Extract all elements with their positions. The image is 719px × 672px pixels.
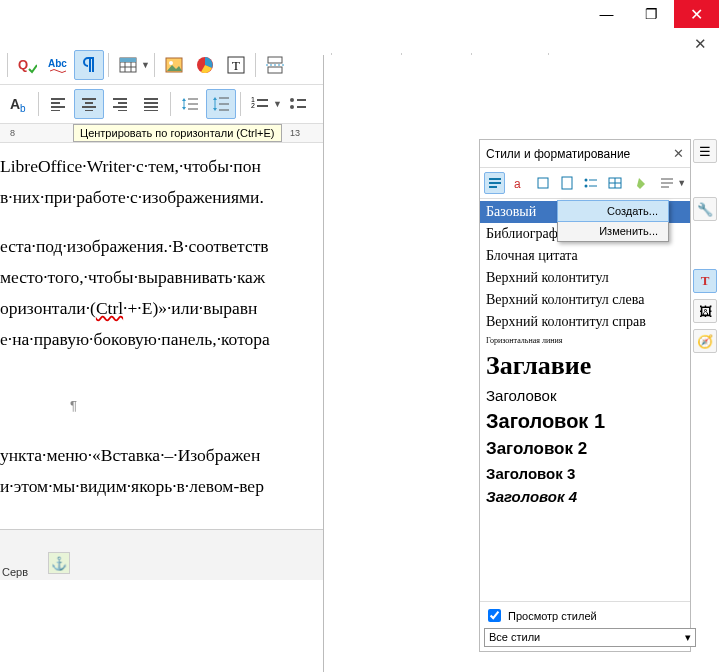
filter-combo[interactable]: Все стили▾: [484, 628, 696, 647]
doc-line: е·на·правую·боковую·панель,·котора: [0, 327, 323, 352]
svg-text:b: b: [20, 103, 26, 113]
ruler-tick: 8: [10, 128, 15, 138]
svg-rect-13: [268, 57, 282, 63]
style-item[interactable]: Горизонтальная линия: [480, 333, 690, 348]
style-item[interactable]: Заголовок: [480, 384, 690, 407]
doc-line: LibreOffice·Writer·с·тем,·чтобы·пон: [0, 154, 323, 179]
pilcrow-icon: ¶: [70, 398, 323, 413]
doc-line: еста·под·изображения.·В·соответств: [0, 234, 323, 259]
style-item[interactable]: Заголовок 2: [480, 436, 690, 462]
panel-toolbar: a ▼: [480, 168, 690, 199]
textbox-icon[interactable]: T: [221, 50, 251, 80]
sidebar-tabs: ☰ 🔧 T 🖼 🧭: [693, 139, 717, 353]
ruler-tick: 13: [290, 128, 300, 138]
formatting-marks-icon[interactable]: [74, 50, 104, 80]
context-menu: Создать... Изменить...: [557, 200, 669, 242]
sidebar-menu-icon[interactable]: ☰: [693, 139, 717, 163]
chart-icon[interactable]: [190, 50, 220, 80]
svg-point-72: [585, 179, 588, 182]
frame-styles-icon[interactable]: [532, 172, 553, 194]
table-icon[interactable]: [113, 50, 143, 80]
style-item[interactable]: Блочная цитата: [480, 245, 690, 267]
service-label: Серв: [2, 566, 28, 578]
dropdown-icon[interactable]: ▼: [141, 60, 150, 70]
doc-line: место·того,·чтобы·выравнивать·каж: [0, 265, 323, 290]
styles-tab-icon[interactable]: T: [693, 269, 717, 293]
style-item[interactable]: Заголовок 3: [480, 462, 690, 485]
dropdown-icon[interactable]: ▼: [677, 178, 686, 188]
page-break-icon[interactable]: [260, 50, 290, 80]
svg-text:2: 2: [251, 102, 255, 109]
svg-point-57: [290, 98, 294, 102]
doc-line: ункта·меню·«Вставка·–·Изображен: [0, 443, 323, 468]
style-item[interactable]: Заголовок 1: [480, 407, 690, 436]
svg-rect-70: [538, 178, 548, 188]
new-style-icon[interactable]: [656, 172, 677, 194]
table-styles-icon[interactable]: [605, 172, 626, 194]
style-item[interactable]: Верхний колонтитул слева: [480, 289, 690, 311]
para-styles-icon[interactable]: [484, 172, 505, 194]
style-item[interactable]: Заголовок 4: [480, 485, 690, 508]
panel-title: Стили и форматирование: [486, 147, 630, 161]
char-highlight-icon[interactable]: Ab: [4, 89, 34, 119]
image-icon[interactable]: [159, 50, 189, 80]
svg-rect-7: [120, 58, 136, 62]
context-edit-item[interactable]: Изменить...: [558, 221, 668, 241]
svg-rect-14: [268, 67, 282, 73]
window-titlebar: — ❐ ✕: [0, 0, 719, 28]
bullet-list-icon[interactable]: [283, 89, 313, 119]
numbered-list-icon[interactable]: 12: [245, 89, 275, 119]
panel-footer: Просмотр стилей Все стили▾: [480, 601, 690, 651]
dropdown-icon[interactable]: ▼: [273, 99, 282, 109]
gallery-tab-icon[interactable]: 🖼: [693, 299, 717, 323]
align-justify-icon[interactable]: [136, 89, 166, 119]
list-styles-icon[interactable]: [581, 172, 602, 194]
doc-line: оризонтали·(Ctrl·+·E)»·или·выравн: [0, 296, 323, 321]
svg-point-58: [290, 105, 294, 109]
window-maximize-button[interactable]: ❐: [629, 0, 674, 28]
panel-close-button[interactable]: ✕: [673, 146, 684, 161]
style-item[interactable]: Верхний колонтитул справ: [480, 311, 690, 333]
style-list[interactable]: БазовыйБиблиографияБлочная цитатаВерхний…: [480, 199, 690, 601]
line-spacing-15-icon[interactable]: [206, 89, 236, 119]
svg-text:Q: Q: [18, 57, 28, 72]
window-close-button[interactable]: ✕: [674, 0, 719, 28]
preview-checkbox[interactable]: Просмотр стилей: [484, 606, 686, 625]
tooltip: Центрировать по горизонтали (Ctrl+E): [73, 124, 282, 142]
svg-text:T: T: [232, 58, 240, 73]
char-styles-icon[interactable]: a: [508, 172, 529, 194]
spellcheck-icon[interactable]: Q: [12, 50, 42, 80]
panel-header: Стили и форматирование ✕: [480, 140, 690, 168]
right-zone: Стили и форматирование ✕ a ▼ БазовыйБибл…: [337, 55, 719, 672]
svg-text:A: A: [10, 96, 20, 112]
doc-line: и·этом·мы·видим·якорь·в·левом-вер: [0, 474, 323, 499]
doc-line: в·них·при·работе·с·изображениями.: [0, 185, 323, 210]
fill-format-icon[interactable]: [632, 172, 653, 194]
properties-tab-icon[interactable]: 🔧: [693, 197, 717, 221]
svg-text:Abc: Abc: [48, 58, 67, 69]
align-right-icon[interactable]: [105, 89, 135, 119]
style-item[interactable]: Верхний колонтитул: [480, 267, 690, 289]
align-center-icon[interactable]: [74, 89, 104, 119]
autospell-icon[interactable]: Abc: [43, 50, 73, 80]
style-item[interactable]: Заглавие: [480, 348, 690, 384]
document-area[interactable]: LibreOffice·Writer·с·тем,·чтобы·пон в·ни…: [0, 148, 323, 624]
svg-point-9: [169, 61, 173, 65]
svg-rect-71: [562, 177, 572, 189]
line-spacing-1-icon[interactable]: [175, 89, 205, 119]
context-create-item[interactable]: Создать...: [557, 200, 669, 222]
navigator-tab-icon[interactable]: 🧭: [693, 329, 717, 353]
anchor-icon[interactable]: ⚓: [48, 552, 70, 574]
align-left-icon[interactable]: [43, 89, 73, 119]
svg-text:a: a: [514, 177, 521, 190]
page-styles-icon[interactable]: [556, 172, 577, 194]
window-minimize-button[interactable]: —: [584, 0, 629, 28]
svg-point-73: [585, 185, 588, 188]
